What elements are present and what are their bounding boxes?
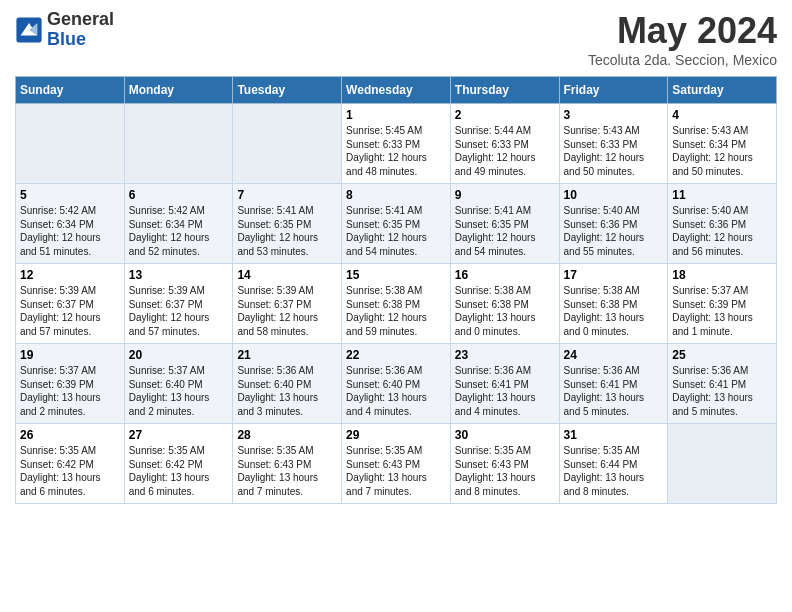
calendar-week-row: 12Sunrise: 5:39 AM Sunset: 6:37 PM Dayli… — [16, 264, 777, 344]
day-number: 23 — [455, 348, 555, 362]
cell-content: Sunrise: 5:39 AM Sunset: 6:37 PM Dayligh… — [129, 284, 229, 338]
day-number: 13 — [129, 268, 229, 282]
day-number: 31 — [564, 428, 664, 442]
day-number: 9 — [455, 188, 555, 202]
cell-content: Sunrise: 5:43 AM Sunset: 6:34 PM Dayligh… — [672, 124, 772, 178]
day-number: 4 — [672, 108, 772, 122]
calendar-cell — [124, 104, 233, 184]
weekday-header: Monday — [124, 77, 233, 104]
calendar-body: 1Sunrise: 5:45 AM Sunset: 6:33 PM Daylig… — [16, 104, 777, 504]
cell-content: Sunrise: 5:38 AM Sunset: 6:38 PM Dayligh… — [564, 284, 664, 338]
weekday-header: Tuesday — [233, 77, 342, 104]
calendar-header: SundayMondayTuesdayWednesdayThursdayFrid… — [16, 77, 777, 104]
day-number: 12 — [20, 268, 120, 282]
cell-content: Sunrise: 5:42 AM Sunset: 6:34 PM Dayligh… — [20, 204, 120, 258]
calendar-cell: 15Sunrise: 5:38 AM Sunset: 6:38 PM Dayli… — [342, 264, 451, 344]
calendar-cell — [233, 104, 342, 184]
day-number: 30 — [455, 428, 555, 442]
day-number: 11 — [672, 188, 772, 202]
cell-content: Sunrise: 5:35 AM Sunset: 6:43 PM Dayligh… — [237, 444, 337, 498]
page-header: General Blue May 2024 Tecoluta 2da. Secc… — [15, 10, 777, 68]
day-number: 29 — [346, 428, 446, 442]
day-number: 6 — [129, 188, 229, 202]
cell-content: Sunrise: 5:35 AM Sunset: 6:42 PM Dayligh… — [129, 444, 229, 498]
calendar-cell: 8Sunrise: 5:41 AM Sunset: 6:35 PM Daylig… — [342, 184, 451, 264]
calendar-cell: 31Sunrise: 5:35 AM Sunset: 6:44 PM Dayli… — [559, 424, 668, 504]
calendar-cell: 28Sunrise: 5:35 AM Sunset: 6:43 PM Dayli… — [233, 424, 342, 504]
calendar-cell: 3Sunrise: 5:43 AM Sunset: 6:33 PM Daylig… — [559, 104, 668, 184]
cell-content: Sunrise: 5:39 AM Sunset: 6:37 PM Dayligh… — [237, 284, 337, 338]
day-number: 22 — [346, 348, 446, 362]
calendar-cell: 19Sunrise: 5:37 AM Sunset: 6:39 PM Dayli… — [16, 344, 125, 424]
calendar-cell: 7Sunrise: 5:41 AM Sunset: 6:35 PM Daylig… — [233, 184, 342, 264]
day-number: 24 — [564, 348, 664, 362]
day-number: 14 — [237, 268, 337, 282]
calendar-cell: 9Sunrise: 5:41 AM Sunset: 6:35 PM Daylig… — [450, 184, 559, 264]
cell-content: Sunrise: 5:42 AM Sunset: 6:34 PM Dayligh… — [129, 204, 229, 258]
cell-content: Sunrise: 5:40 AM Sunset: 6:36 PM Dayligh… — [564, 204, 664, 258]
calendar-week-row: 26Sunrise: 5:35 AM Sunset: 6:42 PM Dayli… — [16, 424, 777, 504]
day-number: 19 — [20, 348, 120, 362]
day-number: 17 — [564, 268, 664, 282]
day-number: 7 — [237, 188, 337, 202]
title-block: May 2024 Tecoluta 2da. Seccion, Mexico — [588, 10, 777, 68]
calendar-cell: 10Sunrise: 5:40 AM Sunset: 6:36 PM Dayli… — [559, 184, 668, 264]
logo-general: General — [47, 10, 114, 30]
calendar-cell — [668, 424, 777, 504]
cell-content: Sunrise: 5:36 AM Sunset: 6:41 PM Dayligh… — [672, 364, 772, 418]
day-number: 27 — [129, 428, 229, 442]
weekday-header: Thursday — [450, 77, 559, 104]
calendar-week-row: 19Sunrise: 5:37 AM Sunset: 6:39 PM Dayli… — [16, 344, 777, 424]
cell-content: Sunrise: 5:36 AM Sunset: 6:41 PM Dayligh… — [564, 364, 664, 418]
day-number: 25 — [672, 348, 772, 362]
calendar-cell: 1Sunrise: 5:45 AM Sunset: 6:33 PM Daylig… — [342, 104, 451, 184]
cell-content: Sunrise: 5:41 AM Sunset: 6:35 PM Dayligh… — [346, 204, 446, 258]
calendar-cell: 22Sunrise: 5:36 AM Sunset: 6:40 PM Dayli… — [342, 344, 451, 424]
calendar-cell — [16, 104, 125, 184]
calendar-week-row: 1Sunrise: 5:45 AM Sunset: 6:33 PM Daylig… — [16, 104, 777, 184]
cell-content: Sunrise: 5:37 AM Sunset: 6:39 PM Dayligh… — [672, 284, 772, 338]
calendar-cell: 21Sunrise: 5:36 AM Sunset: 6:40 PM Dayli… — [233, 344, 342, 424]
cell-content: Sunrise: 5:41 AM Sunset: 6:35 PM Dayligh… — [455, 204, 555, 258]
calendar-cell: 30Sunrise: 5:35 AM Sunset: 6:43 PM Dayli… — [450, 424, 559, 504]
calendar-cell: 12Sunrise: 5:39 AM Sunset: 6:37 PM Dayli… — [16, 264, 125, 344]
logo: General Blue — [15, 10, 114, 50]
cell-content: Sunrise: 5:45 AM Sunset: 6:33 PM Dayligh… — [346, 124, 446, 178]
day-number: 2 — [455, 108, 555, 122]
cell-content: Sunrise: 5:36 AM Sunset: 6:41 PM Dayligh… — [455, 364, 555, 418]
logo-text: General Blue — [47, 10, 114, 50]
calendar-cell: 5Sunrise: 5:42 AM Sunset: 6:34 PM Daylig… — [16, 184, 125, 264]
day-number: 28 — [237, 428, 337, 442]
calendar-table: SundayMondayTuesdayWednesdayThursdayFrid… — [15, 76, 777, 504]
cell-content: Sunrise: 5:35 AM Sunset: 6:44 PM Dayligh… — [564, 444, 664, 498]
logo-blue: Blue — [47, 30, 114, 50]
calendar-cell: 17Sunrise: 5:38 AM Sunset: 6:38 PM Dayli… — [559, 264, 668, 344]
calendar-cell: 24Sunrise: 5:36 AM Sunset: 6:41 PM Dayli… — [559, 344, 668, 424]
day-number: 20 — [129, 348, 229, 362]
calendar-cell: 18Sunrise: 5:37 AM Sunset: 6:39 PM Dayli… — [668, 264, 777, 344]
calendar-cell: 20Sunrise: 5:37 AM Sunset: 6:40 PM Dayli… — [124, 344, 233, 424]
weekday-header: Saturday — [668, 77, 777, 104]
calendar-cell: 2Sunrise: 5:44 AM Sunset: 6:33 PM Daylig… — [450, 104, 559, 184]
cell-content: Sunrise: 5:35 AM Sunset: 6:42 PM Dayligh… — [20, 444, 120, 498]
weekday-header: Wednesday — [342, 77, 451, 104]
day-number: 1 — [346, 108, 446, 122]
cell-content: Sunrise: 5:43 AM Sunset: 6:33 PM Dayligh… — [564, 124, 664, 178]
calendar-cell: 6Sunrise: 5:42 AM Sunset: 6:34 PM Daylig… — [124, 184, 233, 264]
logo-icon — [15, 16, 43, 44]
day-number: 8 — [346, 188, 446, 202]
cell-content: Sunrise: 5:35 AM Sunset: 6:43 PM Dayligh… — [455, 444, 555, 498]
calendar-cell: 23Sunrise: 5:36 AM Sunset: 6:41 PM Dayli… — [450, 344, 559, 424]
calendar-cell: 11Sunrise: 5:40 AM Sunset: 6:36 PM Dayli… — [668, 184, 777, 264]
calendar-cell: 14Sunrise: 5:39 AM Sunset: 6:37 PM Dayli… — [233, 264, 342, 344]
calendar-cell: 25Sunrise: 5:36 AM Sunset: 6:41 PM Dayli… — [668, 344, 777, 424]
month-title: May 2024 — [588, 10, 777, 52]
day-number: 18 — [672, 268, 772, 282]
cell-content: Sunrise: 5:36 AM Sunset: 6:40 PM Dayligh… — [237, 364, 337, 418]
calendar-week-row: 5Sunrise: 5:42 AM Sunset: 6:34 PM Daylig… — [16, 184, 777, 264]
calendar-cell: 16Sunrise: 5:38 AM Sunset: 6:38 PM Dayli… — [450, 264, 559, 344]
day-number: 3 — [564, 108, 664, 122]
cell-content: Sunrise: 5:41 AM Sunset: 6:35 PM Dayligh… — [237, 204, 337, 258]
cell-content: Sunrise: 5:44 AM Sunset: 6:33 PM Dayligh… — [455, 124, 555, 178]
calendar-cell: 4Sunrise: 5:43 AM Sunset: 6:34 PM Daylig… — [668, 104, 777, 184]
